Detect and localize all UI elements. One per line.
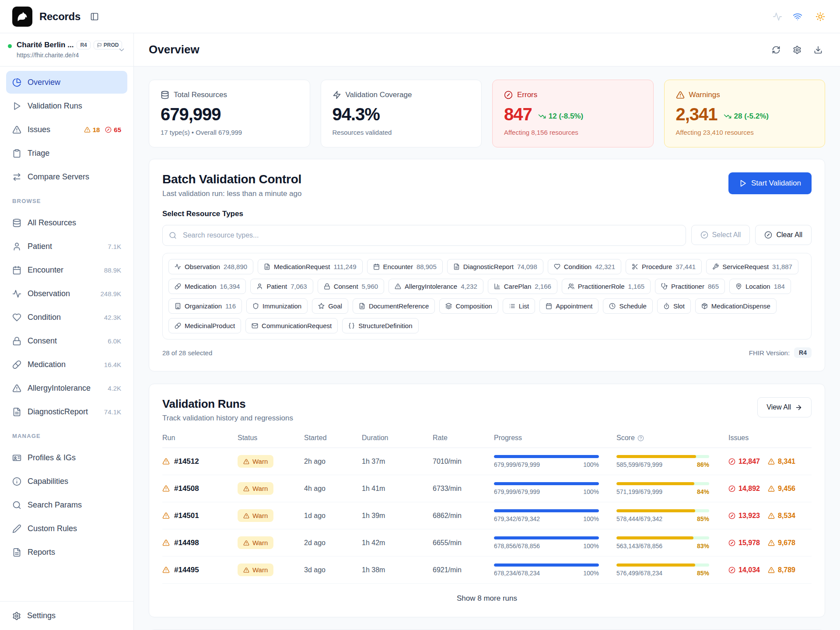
help-circle-icon[interactable] <box>637 435 644 441</box>
run-row[interactable]: #14498 Warn 2d ago 1h 42m 6655/min 678,8… <box>162 529 812 556</box>
sidebar-item-observation[interactable]: Observation 248.9K <box>6 282 127 305</box>
sidebar-item-diagnosticreport[interactable]: DiagnosticReport 74.1K <box>6 400 127 423</box>
chip-practitioner[interactable]: Practitioner 865 <box>655 279 725 294</box>
stats-grid: Total Resources 679,999 17 type(s) • Ove… <box>149 80 825 147</box>
sidebar-item-condition[interactable]: Condition 42.3K <box>6 306 127 329</box>
progress-bar <box>494 564 599 567</box>
score-bar <box>616 455 709 458</box>
settings-button[interactable] <box>790 43 804 57</box>
alert-triangle-icon <box>768 458 775 465</box>
chip-communicationrequest[interactable]: CommunicationRequest <box>245 318 338 333</box>
run-row[interactable]: #14512 Warn 2h ago 1h 37m 7010/min 679,9… <box>162 448 812 475</box>
manage-heading: MANAGE <box>0 425 133 442</box>
check-circle-icon <box>700 231 708 239</box>
sidebar-item-triage[interactable]: Triage <box>6 142 127 164</box>
score-text: 571,199/679,999 <box>616 488 662 495</box>
chip-medicationdispense[interactable]: MedicationDispense <box>695 298 777 314</box>
show-more-runs-button[interactable]: Show 8 more runs <box>162 584 812 604</box>
chip-procedure[interactable]: Procedure 37,441 <box>626 259 702 274</box>
sidebar-item-patient[interactable]: Patient 7.1K <box>6 235 127 258</box>
sidebar-item-issues[interactable]: Issues 1865 <box>6 118 127 141</box>
chip-patient[interactable]: Patient 7,063 <box>250 279 313 294</box>
sidebar-item-medication[interactable]: Medication 16.4K <box>6 353 127 376</box>
sidebar-item-capabilities[interactable]: Capabilities <box>6 470 127 493</box>
chip-composition[interactable]: Composition <box>439 298 498 314</box>
run-rate: 6655/min <box>433 539 494 547</box>
chip-encounter[interactable]: Encounter 88,905 <box>367 259 443 274</box>
chip-servicerequest[interactable]: ServiceRequest 31,887 <box>706 259 798 274</box>
run-rate: 6921/min <box>433 566 494 574</box>
server-selector[interactable]: Charité Berlin ... R4 PROD https://fhir.… <box>0 33 133 66</box>
chip-organization[interactable]: Organization 116 <box>168 298 242 314</box>
chip-medication[interactable]: Medication 16,394 <box>168 279 246 294</box>
chip-practitionerrole[interactable]: PractitionerRole 1,165 <box>562 279 651 294</box>
app-logo <box>12 7 32 27</box>
sidebar-item-custom-rules[interactable]: Custom Rules <box>6 517 127 540</box>
chip-slot[interactable]: Slot <box>657 298 691 314</box>
start-validation-button[interactable]: Start Validation <box>728 172 812 194</box>
selected-summary: 28 of 28 selected <box>162 349 212 357</box>
bar-chart-icon <box>494 283 500 290</box>
chip-medicinalproduct[interactable]: MedicinalProduct <box>168 318 241 333</box>
sidebar-item-compare-servers[interactable]: Compare Servers <box>6 165 127 188</box>
runs-subtitle: Track validation history and regressions <box>162 414 293 423</box>
calendar-icon <box>373 263 380 270</box>
sidebar-item-reports[interactable]: Reports <box>6 541 127 564</box>
sidebar-item-overview[interactable]: Overview <box>6 71 127 94</box>
chip-structuredefinition[interactable]: StructureDefinition <box>342 318 418 333</box>
chip-immunization[interactable]: Immunization <box>246 298 308 314</box>
warning-count-badge: 18 <box>84 126 100 133</box>
sidebar-item-encounter[interactable]: Encounter 88.9K <box>6 259 127 281</box>
clear-all-button[interactable]: Clear All <box>755 225 812 245</box>
stat-card-total-resources: Total Resources 679,999 17 type(s) • Ove… <box>149 80 310 147</box>
chip-location[interactable]: Location 184 <box>729 279 791 294</box>
column-header-issues: Issues <box>728 434 812 442</box>
package-icon <box>701 303 708 309</box>
sidebar-item-validation-runs[interactable]: Validation Runs <box>6 94 127 117</box>
chip-observation[interactable]: Observation 248,890 <box>168 259 253 274</box>
chip-goal[interactable]: Goal <box>312 298 348 314</box>
refresh-button[interactable] <box>769 43 783 57</box>
run-row[interactable]: #14501 Warn 1d ago 1h 39m 6862/min 679,3… <box>162 502 812 529</box>
select-all-button[interactable]: Select All <box>691 225 750 245</box>
sidebar-item-search-params[interactable]: Search Params <box>6 494 127 516</box>
lock-icon <box>12 336 21 346</box>
chip-condition[interactable]: Condition 42,321 <box>548 259 621 274</box>
progress-pct: 100% <box>583 515 599 522</box>
chip-appointment[interactable]: Appointment <box>539 298 598 314</box>
resource-type-search-input[interactable] <box>162 225 686 246</box>
chip-careplan[interactable]: CarePlan 2,166 <box>488 279 557 294</box>
chip-consent[interactable]: Consent 5,960 <box>318 279 384 294</box>
run-duration: 1h 37m <box>362 458 433 466</box>
chip-allergyintolerance[interactable]: AllergyIntolerance 4,232 <box>388 279 483 294</box>
sidebar-toggle-button[interactable] <box>88 10 102 24</box>
batch-validation-card: Batch Validation Control Last validation… <box>149 159 825 371</box>
resource-count: 6.0K <box>108 337 121 345</box>
download-button[interactable] <box>811 43 825 57</box>
column-header-status: Status <box>238 434 304 442</box>
sidebar-item-settings[interactable]: Settings <box>0 601 133 630</box>
chip-schedule[interactable]: Schedule <box>603 298 653 314</box>
progress-bar <box>494 482 599 485</box>
column-header-run: Run <box>162 434 238 442</box>
braces-icon <box>348 322 355 329</box>
view-all-button[interactable]: View All <box>757 397 812 417</box>
progress-bar <box>494 455 599 458</box>
run-row[interactable]: #14495 Warn 3d ago 1h 38m 6921/min 678,2… <box>162 556 812 584</box>
topbar-right <box>773 9 828 24</box>
run-id: #14495 <box>174 566 199 574</box>
clock-icon <box>609 303 616 309</box>
heart-icon <box>554 263 560 270</box>
sidebar-item-consent[interactable]: Consent 6.0K <box>6 329 127 352</box>
sidebar-item-allergyintolerance[interactable]: AllergyIntolerance 4.2K <box>6 377 127 399</box>
chip-documentreference[interactable]: DocumentReference <box>353 298 435 314</box>
errors-delta: 12 (-8.5%) <box>538 112 583 121</box>
sidebar-item-profiles-igs[interactable]: Profiles & IGs <box>6 446 127 469</box>
run-row[interactable]: #14508 Warn 4h ago 1h 41m 6733/min 679,9… <box>162 475 812 502</box>
panel-left-icon <box>90 12 99 21</box>
chip-diagnosticreport[interactable]: DiagnosticReport 74,098 <box>447 259 543 274</box>
chip-list[interactable]: List <box>503 298 535 314</box>
chip-medicationrequest[interactable]: MedicationRequest 111,249 <box>258 259 362 274</box>
sidebar-item-all-resources[interactable]: All Resources <box>6 211 127 234</box>
theme-toggle-button[interactable] <box>813 9 828 24</box>
